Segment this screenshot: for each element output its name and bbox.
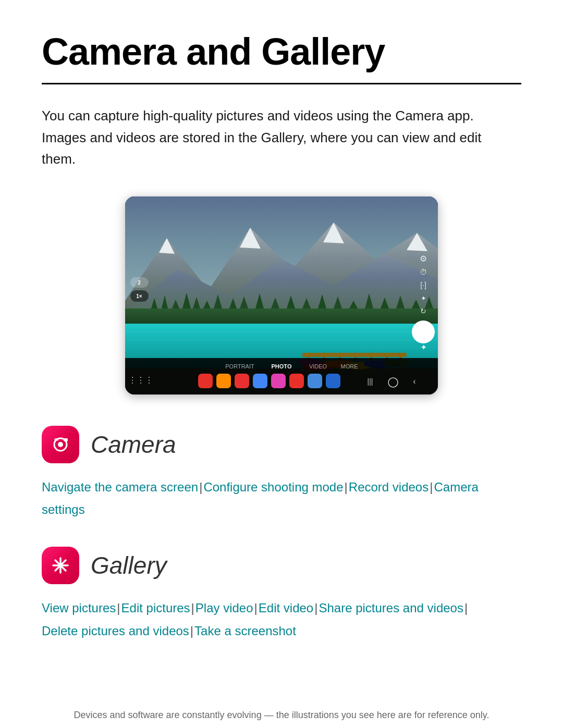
svg-text:PHOTO: PHOTO [272,363,292,369]
svg-text:✦: ✦ [420,343,427,352]
svg-text:MORE: MORE [341,363,358,369]
svg-rect-61 [198,374,213,388]
svg-rect-67 [308,374,322,388]
link-view-pictures[interactable]: View pictures [42,601,116,615]
gallery-app-icon [42,547,79,584]
svg-point-84 [58,442,63,447]
svg-text:⚙: ⚙ [420,254,427,263]
link-record-videos[interactable]: Record videos [349,480,429,494]
link-edit-pictures[interactable]: Edit pictures [121,601,190,615]
svg-rect-66 [289,374,304,388]
intro-paragraph: You can capture high-quality pictures an… [42,105,500,170]
phone-screenshot-container: PORTRAIT PHOTO VIDEO MORE ⋮⋮⋮ ||| ‹ [42,196,521,394]
svg-text:⋮⋮⋮: ⋮⋮⋮ [128,376,153,385]
link-play-video[interactable]: Play video [195,601,253,615]
sep-g5: | [464,601,468,615]
camera-section: Camera Navigate the camera screen|Config… [42,426,521,521]
sep-g2: | [191,601,194,615]
svg-rect-65 [271,374,286,388]
svg-text:↻: ↻ [420,307,426,315]
sep-g4: | [314,601,317,615]
link-delete-pictures-videos[interactable]: Delete pictures and videos [42,624,189,638]
footer-note: Devices and software are constantly evol… [42,668,521,721]
svg-text:[·]: [·] [420,281,426,289]
svg-rect-63 [235,374,249,388]
svg-rect-86 [54,438,58,441]
link-edit-video[interactable]: Edit video [259,601,313,615]
separator-2: | [345,480,348,494]
svg-text:VIDEO: VIDEO [309,363,327,369]
camera-links: Navigate the camera screen|Configure sho… [42,476,521,521]
camera-screenshot: PORTRAIT PHOTO VIDEO MORE ⋮⋮⋮ ||| ‹ [125,196,438,394]
svg-rect-68 [326,374,340,388]
camera-app-header: Camera [42,426,521,463]
svg-text:PORTRAIT: PORTRAIT [225,363,254,369]
svg-rect-85 [64,438,68,441]
svg-text:✦: ✦ [421,294,426,302]
svg-text:‹: ‹ [413,377,415,386]
svg-point-91 [59,564,62,567]
camera-scene-illustration: PORTRAIT PHOTO VIDEO MORE ⋮⋮⋮ ||| ‹ [125,196,438,394]
gallery-app-name: Gallery [91,551,167,579]
link-take-screenshot[interactable]: Take a screenshot [194,624,296,638]
sep-g3: | [254,601,258,615]
gallery-app-header: Gallery [42,547,521,584]
svg-text:1×: 1× [136,293,142,299]
svg-rect-64 [253,374,267,388]
link-configure-shooting[interactable]: Configure shooting mode [203,480,343,494]
separator-1: | [199,480,202,494]
link-navigate-camera[interactable]: Navigate the camera screen [42,480,198,494]
link-share-pictures-videos[interactable]: Share pictures and videos [319,601,463,615]
svg-text:|||: ||| [368,377,373,386]
page-title: Camera and Gallery [42,31,521,72]
svg-point-77 [412,320,435,343]
svg-rect-62 [216,374,231,388]
camera-app-name: Camera [91,430,176,459]
gallery-links: View pictures|Edit pictures|Play video|E… [42,597,521,641]
svg-rect-8 [125,309,438,324]
svg-text:2: 2 [138,280,141,286]
svg-text:⏱: ⏱ [420,268,427,276]
svg-rect-35 [302,353,407,357]
sep-g1: | [117,601,120,615]
sep-g6: | [190,624,193,638]
title-divider [42,83,521,84]
camera-app-icon [42,426,79,463]
gallery-section: Gallery View pictures|Edit pictures|Play… [42,547,521,641]
separator-3: | [430,480,433,494]
